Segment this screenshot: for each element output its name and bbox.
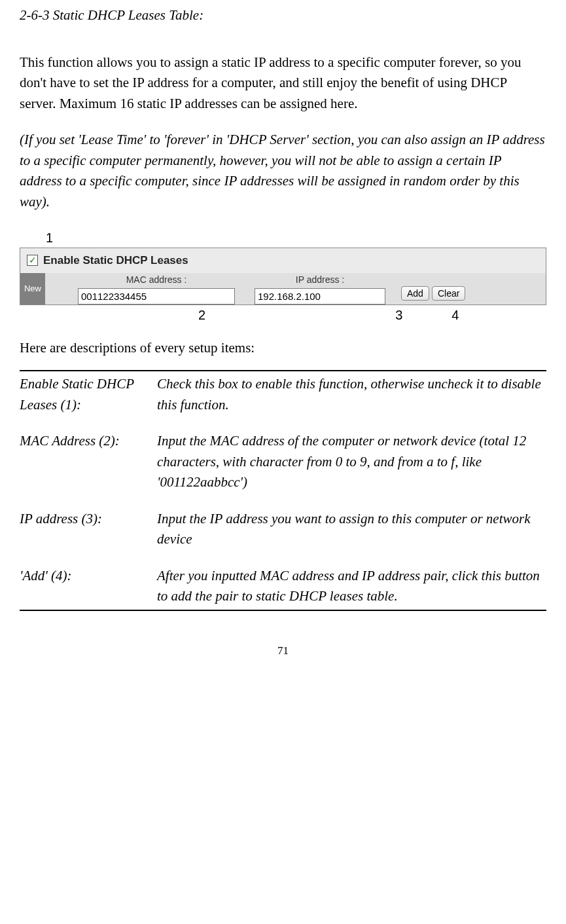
mac-address-input[interactable] [78, 288, 235, 305]
page-number: 71 [20, 642, 546, 659]
intro-paragraph: This function allows you to assign a sta… [20, 52, 546, 115]
button-group: Add Clear [401, 286, 472, 305]
callouts-below: 2 3 4 [20, 305, 546, 325]
row-label: MAC Address (2): [20, 431, 157, 493]
section-heading: 2-6-3 Static DHCP Leases Table: [20, 5, 546, 26]
mac-address-label: MAC address : [78, 273, 235, 287]
table-row: Enable Static DHCP Leases (1): Check thi… [20, 374, 546, 415]
table-row: 'Add' (4): After you inputted MAC addres… [20, 566, 546, 607]
description-table: Enable Static DHCP Leases (1): Check thi… [20, 374, 546, 607]
ip-address-label: IP address : [255, 273, 385, 287]
note-paragraph: (If you set 'Lease Time' to 'forever' in… [20, 130, 546, 212]
table-top-rule [20, 370, 546, 371]
ip-column: IP address : [255, 273, 385, 305]
row-desc: Input the MAC address of the computer or… [157, 431, 546, 493]
new-entry-row: New MAC address : IP address : Add Clear [20, 273, 546, 305]
table-row: MAC Address (2): Input the MAC address o… [20, 431, 546, 493]
row-desc: Check this box to enable this function, … [157, 374, 546, 415]
table-bottom-rule [20, 610, 546, 611]
row-label: Enable Static DHCP Leases (1): [20, 374, 157, 415]
row-label: 'Add' (4): [20, 566, 157, 607]
new-row-label: New [20, 273, 45, 305]
callout-3: 3 [395, 305, 402, 325]
ip-address-input[interactable] [255, 288, 385, 305]
clear-button[interactable]: Clear [432, 286, 465, 301]
enable-checkbox[interactable]: ✓ [27, 255, 38, 266]
dhcp-leases-panel: ✓ Enable Static DHCP Leases New MAC addr… [20, 248, 546, 305]
table-intro-text: Here are descriptions of every setup ite… [20, 338, 546, 359]
mac-column: MAC address : [78, 273, 235, 305]
row-desc: After you inputted MAC address and IP ad… [157, 566, 546, 607]
enable-checkbox-label: Enable Static DHCP Leases [43, 252, 188, 269]
callout-4: 4 [451, 305, 459, 325]
callout-1: 1 [46, 228, 546, 248]
enable-row: ✓ Enable Static DHCP Leases [20, 248, 546, 273]
row-desc: Input the IP address you want to assign … [157, 509, 546, 550]
row-label: IP address (3): [20, 509, 157, 550]
add-button[interactable]: Add [401, 286, 429, 301]
callout-2: 2 [198, 305, 205, 325]
table-row: IP address (3): Input the IP address you… [20, 509, 546, 550]
